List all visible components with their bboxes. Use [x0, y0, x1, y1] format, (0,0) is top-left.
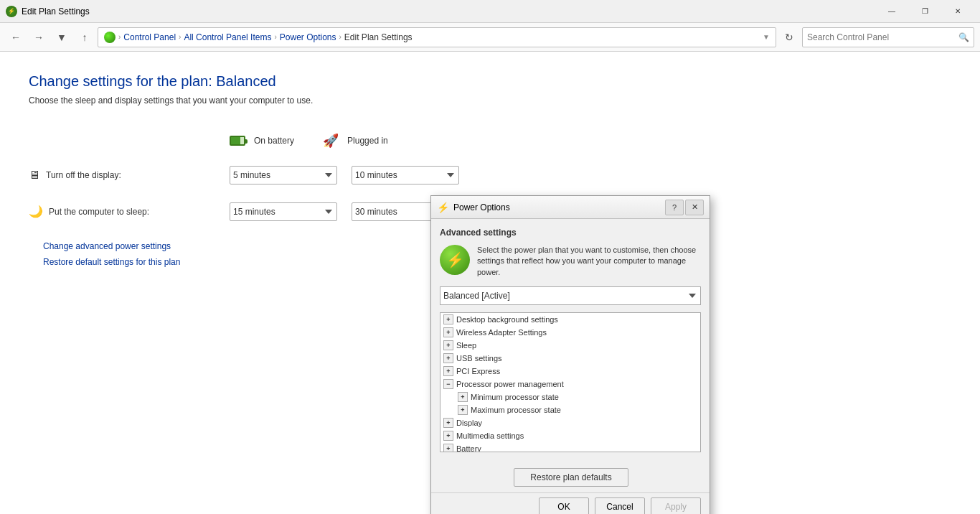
tree-item-processor[interactable]: − Processor power management — [440, 378, 700, 391]
dialog-footer-row: Restore plan defaults — [431, 468, 710, 487]
tree-expand-pci[interactable]: + — [443, 366, 453, 376]
app-icon: ⚡ — [6, 6, 17, 17]
title-bar: ⚡ Edit Plan Settings — ❐ ✕ — [0, 0, 980, 23]
tree-item-min-processor[interactable]: + Minimum processor state — [455, 391, 700, 403]
tree-expand-desktop-bg[interactable]: + — [443, 314, 453, 324]
cancel-button[interactable]: Cancel — [595, 497, 645, 514]
search-input[interactable] — [807, 32, 958, 42]
dialog-desc-text: Select the power plan that you want to c… — [477, 245, 701, 278]
tree-item-max-processor[interactable]: + Maximum processor state — [455, 403, 700, 416]
dialog-desc-icon: ⚡ — [440, 245, 470, 275]
tree-expand-usb[interactable]: + — [443, 353, 453, 363]
dialog-title-bar: ⚡ Power Options ? ✕ — [431, 196, 710, 219]
tree-expand-max-processor[interactable]: + — [458, 405, 468, 415]
address-dropdown-icon[interactable]: ▼ — [763, 33, 770, 41]
refresh-button[interactable]: ↻ — [779, 27, 799, 47]
tree-item-sleep[interactable]: + Sleep — [440, 339, 700, 352]
tree-expand-display[interactable]: + — [443, 418, 453, 428]
dialog-body: Advanced settings ⚡ Select the power pla… — [431, 219, 710, 461]
settings-tree[interactable]: + Desktop background settings + Wireless… — [440, 312, 701, 452]
breadcrumb-power-options[interactable]: Power Options — [280, 32, 336, 42]
tree-item-desktop-bg[interactable]: + Desktop background settings — [440, 313, 700, 326]
dialog-section-title: Advanced settings — [440, 228, 701, 238]
tree-item-display[interactable]: + Display — [440, 416, 700, 429]
power-options-dialog: ⚡ Power Options ? ✕ Advanced settings ⚡ … — [430, 195, 710, 514]
dialog-title-text: Power Options — [453, 202, 664, 212]
tree-expand-min-processor[interactable]: + — [458, 392, 468, 402]
title-bar-text: Edit Plan Settings — [22, 6, 875, 17]
close-button[interactable]: ✕ — [941, 0, 974, 23]
nav-bar: ← → ▼ ↑ › Control Panel › All Control Pa… — [0, 23, 980, 52]
ok-button[interactable]: OK — [539, 497, 589, 514]
search-box: 🔍 — [802, 27, 974, 47]
minimize-button[interactable]: — — [875, 0, 908, 23]
apply-button[interactable]: Apply — [651, 497, 701, 514]
tree-expand-battery[interactable]: + — [443, 444, 453, 452]
restore-plan-defaults-button[interactable]: Restore plan defaults — [514, 468, 628, 487]
breadcrumb-all-items[interactable]: All Control Panel Items — [184, 32, 271, 42]
dialog-action-buttons: OK Cancel Apply — [431, 492, 710, 514]
tree-expand-sleep[interactable]: + — [443, 340, 453, 350]
dialog-description: ⚡ Select the power plan that you want to… — [440, 245, 701, 278]
up-button[interactable]: ↑ — [75, 27, 95, 47]
address-bar: › Control Panel › All Control Panel Item… — [98, 27, 776, 47]
dialog-icon: ⚡ — [437, 202, 449, 213]
main-content: Change settings for the plan: Balanced C… — [0, 52, 980, 514]
forward-button[interactable]: → — [29, 27, 49, 47]
dialog-close-button[interactable]: ✕ — [685, 200, 704, 215]
tree-item-usb[interactable]: + USB settings — [440, 352, 700, 365]
tree-item-multimedia[interactable]: + Multimedia settings — [440, 429, 700, 442]
tree-expand-multimedia[interactable]: + — [443, 431, 453, 441]
address-icon — [104, 32, 116, 43]
restore-button[interactable]: ❐ — [908, 0, 941, 23]
plan-dropdown[interactable]: Balanced [Active] — [440, 286, 701, 305]
dialog-help-button[interactable]: ? — [665, 200, 684, 215]
recent-locations-button[interactable]: ▼ — [52, 27, 72, 47]
tree-item-wireless[interactable]: + Wireless Adapter Settings — [440, 326, 700, 339]
search-icon: 🔍 — [958, 32, 969, 42]
tree-expand-wireless[interactable]: + — [443, 327, 453, 337]
breadcrumb-current: Edit Plan Settings — [344, 32, 413, 42]
tree-expand-processor[interactable]: − — [443, 379, 453, 389]
title-bar-buttons: — ❐ ✕ — [875, 0, 974, 23]
back-button[interactable]: ← — [6, 27, 26, 47]
dialog-overlay: ⚡ Power Options ? ✕ Advanced settings ⚡ … — [0, 52, 980, 514]
tree-item-pci[interactable]: + PCI Express — [440, 365, 700, 378]
breadcrumb-control-panel[interactable]: Control Panel — [123, 32, 176, 42]
tree-item-battery[interactable]: + Battery — [440, 442, 700, 452]
